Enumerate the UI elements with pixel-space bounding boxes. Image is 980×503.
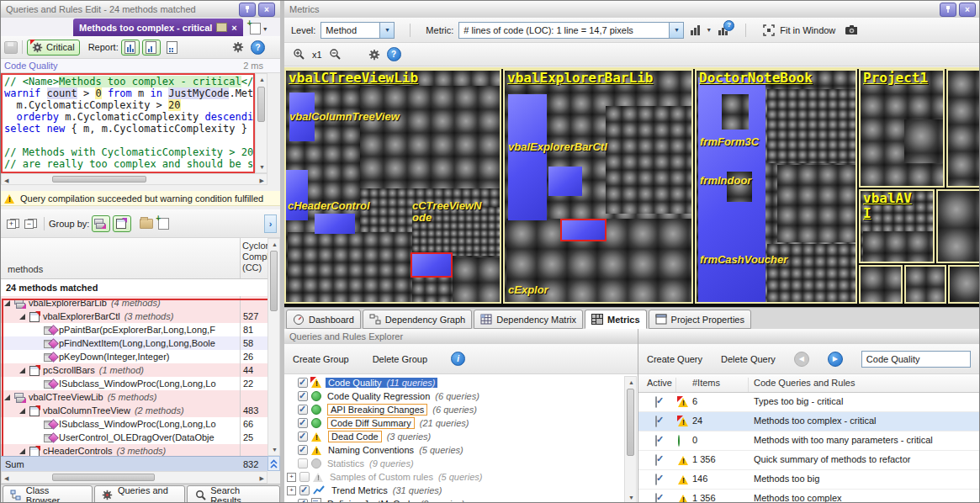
query-group-row[interactable]: API Breaking Changes(6 queries) xyxy=(284,403,624,416)
group-by-assembly-button[interactable] xyxy=(92,215,110,232)
treemap-cell[interactable] xyxy=(904,265,946,304)
checkbox[interactable] xyxy=(298,432,308,442)
critical-button[interactable]: Critical xyxy=(27,40,80,56)
tab-dashboard[interactable]: Dashboard xyxy=(286,310,361,329)
zoom-in-icon[interactable] xyxy=(293,48,305,61)
treemap-cell[interactable]: vbalExplorerBarCtlcExplorvbalExplorerBar… xyxy=(503,69,693,304)
column-cc[interactable]: Cyclomatic Complexity (CC) xyxy=(242,241,268,277)
query-group-row[interactable]: Code Quality(11 queries) xyxy=(284,376,624,389)
chevron-down-icon[interactable]: ▼ xyxy=(706,27,712,33)
method-tree-row[interactable]: pPaintBar(pcExplorerBar,Long,Long,F81 xyxy=(1,323,268,336)
query-group-row[interactable]: Naming Conventions(5 queries) xyxy=(284,443,624,457)
expander-icon[interactable] xyxy=(4,394,10,400)
zoom-out-icon[interactable] xyxy=(329,48,342,61)
create-group-button[interactable]: Create Group xyxy=(293,354,349,364)
help-icon[interactable]: ? xyxy=(387,47,401,61)
checkbox[interactable] xyxy=(299,485,310,495)
checkbox[interactable] xyxy=(655,435,657,447)
expander-icon[interactable] xyxy=(19,408,25,414)
report-grid-button[interactable] xyxy=(163,40,182,56)
method-tree-row[interactable]: ISubclass_WindowProc(Long,Long,Lo22 xyxy=(1,377,268,390)
query-group-row[interactable]: Defining JustMyCode(2 queries) xyxy=(284,497,624,503)
metric-select[interactable]: # lines of code (LOC): 1 line = 14,7 pix… xyxy=(458,22,684,39)
method-tree-row[interactable]: ISubclass_WindowProc(Long,Long,Lo66 xyxy=(1,417,268,431)
query-rule-row[interactable]: 0Methods with too many parameters - crit… xyxy=(638,432,980,451)
chevron-right-icon[interactable]: › xyxy=(264,214,277,233)
tab-close-icon[interactable]: × xyxy=(231,23,236,33)
save-icon[interactable] xyxy=(4,41,18,54)
treemap-cell[interactable] xyxy=(936,189,980,263)
treemap-cell[interactable] xyxy=(948,265,980,304)
group-by-namespace-button[interactable] xyxy=(113,215,131,232)
fit-in-window-icon[interactable] xyxy=(763,24,775,36)
checkbox[interactable] xyxy=(298,458,308,469)
pin-icon[interactable] xyxy=(239,3,256,17)
expand-all-icon[interactable] xyxy=(8,219,19,229)
method-tree-row[interactable]: pFindNextItem(Long,Long,Long,Boole58 xyxy=(1,336,268,350)
checkbox[interactable] xyxy=(655,396,657,408)
info-icon[interactable]: i xyxy=(451,352,465,366)
bar-chart-icon[interactable] xyxy=(689,24,701,36)
report-export-button[interactable] xyxy=(142,40,161,56)
editor-vertical-scrollbar[interactable]: ▲ ▼ xyxy=(255,73,268,173)
chevron-down-icon[interactable]: ▼ xyxy=(262,26,268,32)
collapse-sum-button[interactable] xyxy=(268,456,280,471)
checkbox[interactable] xyxy=(655,474,657,485)
tab-dependency-graph[interactable]: Dependency Graph xyxy=(363,310,472,329)
method-tree-row[interactable]: cHeaderControls(3 methods) xyxy=(1,444,268,456)
list-horizontal-scrollbar[interactable]: ◀ ▶ xyxy=(1,471,268,484)
code-metrics-treemap[interactable]: vbalColumnTreeViewcHeaderControlcCTreeVi… xyxy=(284,67,980,307)
list-vertical-scrollbar[interactable]: ▲ ▼ xyxy=(268,238,280,456)
checkbox[interactable] xyxy=(298,445,308,455)
checkbox[interactable] xyxy=(298,405,308,415)
level-select[interactable]: Method▼ xyxy=(320,22,395,39)
checkbox[interactable] xyxy=(655,454,657,466)
query-rule-row[interactable]: 6Types too big - critical xyxy=(638,393,980,412)
bottom-tab-queries-and-[interactable]: Queries and ... xyxy=(94,485,185,503)
method-tree-row[interactable]: pKeyDown(Integer,Integer)26 xyxy=(1,350,268,363)
expander-icon[interactable] xyxy=(19,368,25,373)
tab-dependency-matrix[interactable]: Dependency Matrix xyxy=(474,310,583,329)
treemap-settings-gear-icon[interactable] xyxy=(368,49,380,61)
treemap-selected-match[interactable] xyxy=(560,219,607,241)
delete-group-button[interactable]: Delete Group xyxy=(373,354,427,364)
checkbox[interactable] xyxy=(298,499,308,503)
checkbox[interactable] xyxy=(655,493,657,503)
back-icon[interactable]: ◀ xyxy=(794,352,809,367)
expander-icon[interactable] xyxy=(4,300,10,306)
query-group-row[interactable]: Code Quality Regression(6 queries) xyxy=(284,389,624,403)
expander-icon[interactable] xyxy=(19,448,25,454)
file-icon[interactable] xyxy=(158,218,169,230)
export-icon[interactable] xyxy=(216,23,227,32)
method-tree-row[interactable]: vbalExplorerBarCtl(3 methods)527 xyxy=(1,310,268,323)
group-tree-scrollbar[interactable]: ▲ ▼ xyxy=(624,376,637,503)
checkbox[interactable] xyxy=(655,416,657,427)
fit-in-window-label[interactable]: Fit in Window xyxy=(780,25,835,35)
close-icon[interactable]: × xyxy=(959,3,976,17)
checkbox[interactable] xyxy=(298,418,308,428)
expander-icon[interactable] xyxy=(19,314,25,320)
query-rule-row[interactable]: 146Methods too big xyxy=(638,470,980,490)
method-tree-row[interactable]: vbalColumnTreeView(2 methods)483 xyxy=(1,404,268,417)
query-group-row[interactable]: +Trend Metrics(31 queries) xyxy=(284,484,624,497)
method-tree-row[interactable]: pcScrollBars(1 method)44 xyxy=(1,363,268,377)
query-group-row[interactable]: Code Diff Summary(21 queries) xyxy=(284,416,624,430)
settings-gear-icon[interactable] xyxy=(232,41,244,53)
treemap-cell[interactable]: vbalColumnTreeViewcHeaderControlcCTreeVi… xyxy=(284,69,501,304)
report-chart-button[interactable] xyxy=(121,40,140,56)
treemap-match-highlight[interactable] xyxy=(508,94,547,220)
tab-project-properties[interactable]: Project Properties xyxy=(649,310,751,329)
expand-plus-icon[interactable]: + xyxy=(287,486,296,495)
treemap-cell[interactable]: Project1 xyxy=(859,69,945,188)
folder-icon[interactable] xyxy=(140,219,153,229)
methods-column-header[interactable]: methods Cyclomatic Complexity (CC) xyxy=(1,238,268,279)
delete-query-button[interactable]: Delete Query xyxy=(721,354,776,364)
query-tab[interactable]: Methods too complex - critical × xyxy=(73,19,243,36)
query-group-row[interactable]: +Samples of Custom rules(5 queries) xyxy=(284,470,624,484)
expand-plus-icon[interactable]: + xyxy=(287,473,296,482)
camera-icon[interactable] xyxy=(845,24,857,36)
treemap-match-highlight[interactable] xyxy=(286,170,308,220)
checkbox[interactable] xyxy=(298,378,308,388)
query-group-row[interactable]: Statistics(9 queries) xyxy=(284,457,624,470)
method-tree-row[interactable]: vbalCTreeViewLib(5 methods) xyxy=(1,390,268,404)
